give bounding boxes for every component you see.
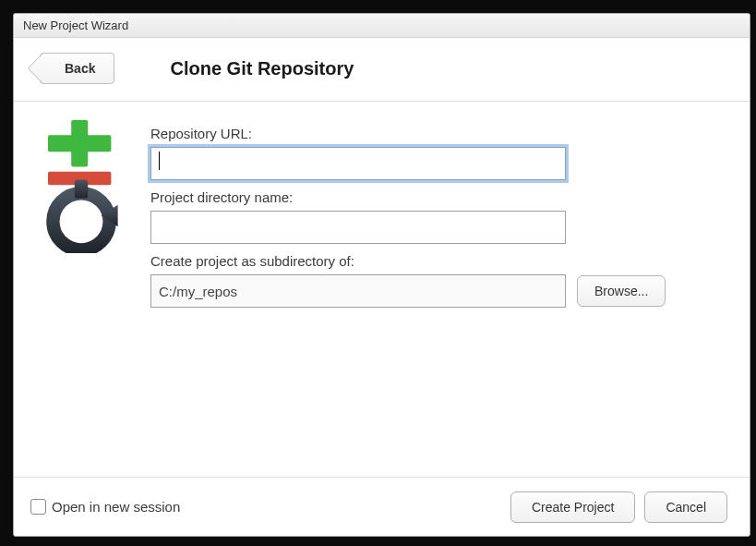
dialog-titlebar: New Project Wizard [14,14,750,38]
dialog-footer: Open in new session Create Project Cance… [14,477,750,536]
dialog-body: Repository URL: Project directory name: … [14,102,750,477]
project-dir-label: Project directory name: [150,189,724,205]
text-caret [159,152,160,170]
cancel-button[interactable]: Cancel [644,491,727,523]
svg-rect-1 [48,135,111,152]
git-plus-icon [40,120,123,256]
open-new-session-label: Open in new session [52,499,180,515]
open-new-session-checkbox[interactable]: Open in new session [30,499,180,515]
subdir-input[interactable] [150,274,566,308]
create-project-button[interactable]: Create Project [510,491,635,523]
svg-rect-4 [75,180,88,199]
subdir-label: Create project as subdirectory of: [150,253,724,269]
page-title: Clone Git Repository [170,58,354,79]
dialog-title: New Project Wizard [23,18,128,32]
project-dir-input[interactable] [150,211,566,244]
subdir-row: Browse... [150,274,724,308]
icon-column [40,120,150,467]
back-button-label: Back [65,61,95,76]
new-project-wizard-dialog: New Project Wizard Back Clone Git Reposi… [13,13,750,537]
back-button[interactable]: Back [40,53,114,84]
browse-button[interactable]: Browse... [577,275,666,307]
dialog-header: Back Clone Git Repository [14,38,750,102]
svg-point-3 [53,193,109,249]
checkbox-box [30,499,46,515]
repo-url-label: Repository URL: [150,126,724,141]
form-column: Repository URL: Project directory name: … [150,120,724,467]
repo-url-input[interactable] [150,147,566,180]
